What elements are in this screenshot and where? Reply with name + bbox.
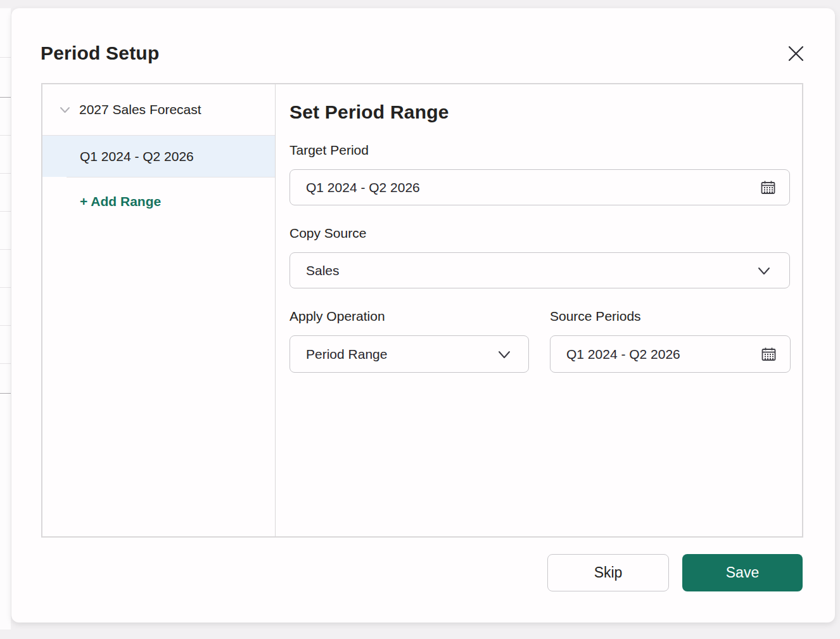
close-icon	[787, 45, 805, 62]
source-periods-field	[550, 335, 791, 373]
source-periods-label: Source Periods	[550, 307, 791, 325]
source-periods-input[interactable]	[550, 347, 760, 362]
save-button[interactable]: Save	[682, 554, 803, 591]
target-period-field	[290, 169, 790, 205]
chevron-down-icon	[495, 345, 513, 363]
chevron-down-icon	[755, 262, 773, 280]
background-page-rows	[0, 8, 11, 629]
form-heading: Set Period Range	[290, 100, 791, 125]
dialog-body-panel: 2027 Sales Forecast Q1 2024 - Q2 2026 + …	[41, 83, 803, 538]
divider	[67, 177, 275, 178]
calendar-icon[interactable]	[760, 345, 777, 363]
dialog-footer: Skip Save	[11, 554, 835, 591]
copy-source-label: Copy Source	[290, 224, 791, 242]
period-setup-dialog: Period Setup 2027 Sales Forecast Q1 2024…	[11, 8, 835, 623]
range-item-label: Q1 2024 - Q2 2026	[80, 149, 194, 164]
period-tree-sidebar: 2027 Sales Forecast Q1 2024 - Q2 2026 + …	[42, 84, 276, 536]
skip-button[interactable]: Skip	[547, 554, 669, 591]
add-range-button[interactable]: + Add Range	[42, 194, 161, 209]
range-item-q1-2024-q2-2026[interactable]: Q1 2024 - Q2 2026	[42, 136, 275, 177]
close-button[interactable]	[784, 42, 807, 65]
apply-operation-select[interactable]: Period Range	[290, 335, 529, 373]
chevron-down-icon	[58, 103, 72, 117]
target-period-label: Target Period	[290, 141, 791, 159]
dialog-title: Period Setup	[41, 42, 159, 64]
apply-operation-value: Period Range	[290, 347, 387, 362]
copy-source-value: Sales	[290, 263, 340, 278]
copy-source-select[interactable]: Sales	[290, 252, 790, 288]
tree-root-2027-sales-forecast[interactable]: 2027 Sales Forecast	[42, 84, 275, 136]
apply-operation-label: Apply Operation	[290, 307, 529, 325]
tree-root-label: 2027 Sales Forecast	[79, 102, 201, 117]
calendar-icon[interactable]	[760, 179, 777, 196]
target-period-input[interactable]	[290, 180, 760, 195]
set-period-range-form: Set Period Range Target Period	[276, 84, 805, 536]
